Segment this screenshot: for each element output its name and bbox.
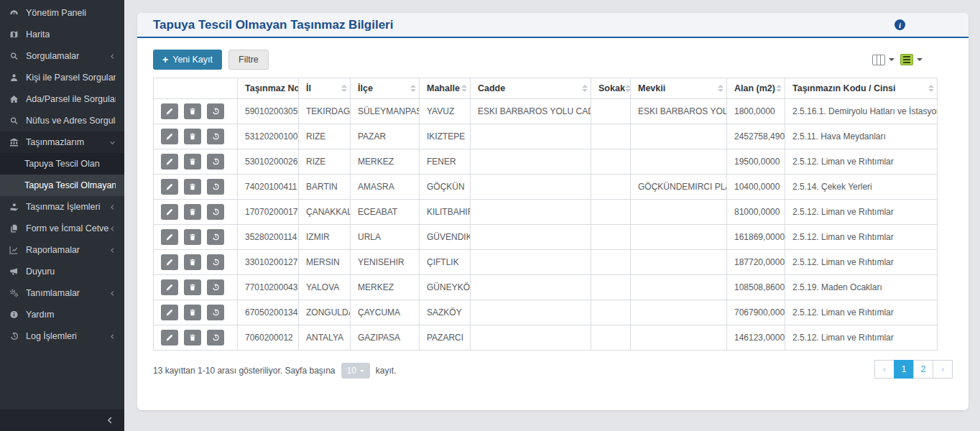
edit-button[interactable] bbox=[161, 254, 178, 270]
edit-button[interactable] bbox=[161, 179, 178, 195]
sort-icon[interactable] bbox=[582, 85, 588, 92]
history-button[interactable] bbox=[207, 229, 224, 245]
new-record-button[interactable]: + Yeni Kayıt bbox=[153, 50, 222, 70]
sidebar-item-tasinmaz-islemleri[interactable]: Taşınmaz İşlemleri bbox=[0, 196, 124, 218]
column-header[interactable]: Taşınmazın Kodu / Cinsi bbox=[785, 78, 938, 99]
history-button[interactable] bbox=[207, 204, 224, 220]
toolbar: + Yeni Kayıt Filtre bbox=[153, 50, 953, 70]
sidebar-item-nufus-adres[interactable]: Nüfus ve Adres Sorgulama bbox=[0, 110, 124, 131]
sidebar-group-tasinmazlarim: Taşınmazlarım Tapuya Tescil Olan Tapuya … bbox=[0, 131, 124, 196]
column-header[interactable]: Alan (m2) bbox=[727, 78, 785, 99]
cell-ilce: AMASRA bbox=[351, 175, 420, 200]
delete-button[interactable] bbox=[184, 103, 201, 119]
edit-button[interactable] bbox=[161, 229, 178, 245]
table-row: 53010200026 RIZE MERKEZ FENER 19500,0000… bbox=[154, 149, 938, 175]
cell-mevkii bbox=[631, 275, 727, 300]
sidebar-item-duyuru[interactable]: Duyuru bbox=[0, 261, 124, 282]
card-body: + Yeni Kayıt Filtre bbox=[137, 38, 969, 379]
cell-kod-cinsi: 2.5.12. Liman ve Rıhtımlar bbox=[785, 300, 938, 325]
pencil-icon bbox=[165, 182, 174, 191]
sidebar-item-tasinmazlarim[interactable]: Taşınmazlarım bbox=[0, 131, 124, 153]
cell-alan: 146123,0000 bbox=[727, 325, 785, 351]
column-header[interactable]: İlçe bbox=[351, 78, 420, 99]
sidebar-item-tapuya-tescil-olmayan[interactable]: Tapuya Tescil Olmayan bbox=[0, 175, 124, 196]
table-footer: 13 kayıttan 1-10 arası gösteriliyor. Say… bbox=[153, 360, 953, 379]
delete-button[interactable] bbox=[184, 330, 201, 346]
history-button[interactable] bbox=[207, 254, 224, 270]
info-circle-icon[interactable]: i bbox=[895, 19, 905, 30]
pagination-page-1[interactable]: 1 bbox=[894, 360, 914, 379]
pencil-icon bbox=[165, 258, 174, 267]
sidebar-item-sorgulamalar[interactable]: Sorgulamalar bbox=[0, 45, 124, 67]
edit-button[interactable] bbox=[161, 204, 178, 220]
edit-button[interactable] bbox=[161, 279, 178, 295]
pagination-page-2[interactable]: 2 bbox=[913, 360, 933, 379]
row-actions-cell bbox=[154, 200, 238, 225]
pagination-next-button[interactable]: › bbox=[933, 360, 953, 379]
column-header[interactable]: Mevkii bbox=[631, 78, 727, 99]
sort-icon[interactable] bbox=[341, 85, 347, 92]
cell-kod-cinsi: 2.5.12. Liman ve Rıhtımlar bbox=[785, 325, 938, 351]
delete-button[interactable] bbox=[184, 154, 201, 170]
delete-button[interactable] bbox=[184, 254, 201, 270]
column-header[interactable]: İl bbox=[299, 78, 351, 99]
filter-button[interactable]: Filtre bbox=[228, 50, 269, 70]
column-header[interactable]: Mahalle bbox=[420, 78, 471, 99]
sort-icon[interactable] bbox=[776, 85, 782, 92]
history-button[interactable] bbox=[207, 154, 224, 170]
edit-button[interactable] bbox=[161, 129, 178, 144]
caret-down-icon bbox=[360, 370, 364, 372]
sidebar-item-tapuya-tescil-olan[interactable]: Tapuya Tescil Olan bbox=[0, 153, 124, 175]
sort-icon[interactable] bbox=[718, 85, 724, 92]
sidebar-item-yonetim-paneli[interactable]: Yönetim Paneli bbox=[0, 2, 124, 24]
sidebar-item-raporlamalar[interactable]: Raporlamalar bbox=[0, 239, 124, 261]
gauge-icon bbox=[9, 8, 19, 18]
sidebar-item-yardim[interactable]: Yardım bbox=[0, 304, 124, 325]
table-body: 59010200305 TEKIRDAG SÜLEYMANPASA YAVUZ … bbox=[154, 99, 938, 351]
records-summary: 13 kayıttan 1-10 arası gösteriliyor. Say… bbox=[153, 363, 397, 379]
main-content: Tapuya Tescil Olmayan Taşınmaz Bilgileri… bbox=[124, 0, 980, 431]
sort-icon[interactable] bbox=[461, 85, 467, 92]
edit-button[interactable] bbox=[161, 154, 178, 170]
cell-kod-cinsi: 2.5.12. Liman ve Rıhtımlar bbox=[785, 149, 938, 175]
delete-button[interactable] bbox=[184, 305, 201, 320]
sidebar-item-form-icmal[interactable]: Form ve İcmal Cetvelleri bbox=[0, 218, 124, 239]
sort-icon[interactable] bbox=[410, 85, 416, 92]
sort-icon[interactable] bbox=[625, 85, 631, 92]
cell-mevkii bbox=[631, 149, 727, 175]
pagination-prev-button[interactable]: ‹ bbox=[874, 360, 895, 379]
sidebar-item-ada-parsel[interactable]: Ada/Parsel ile Sorgulama bbox=[0, 88, 124, 110]
page-size-dropdown[interactable]: 10 bbox=[341, 363, 370, 379]
edit-button[interactable] bbox=[161, 103, 178, 119]
history-button[interactable] bbox=[207, 305, 224, 320]
column-header[interactable]: Sokak bbox=[591, 78, 631, 99]
cell-il: ÇANAKKALE bbox=[299, 200, 351, 225]
sort-icon[interactable] bbox=[928, 85, 934, 92]
cell-tasinmaz-no: 53010200026 bbox=[238, 149, 299, 175]
sidebar-item-kisi-ile-parsel[interactable]: Kişi ile Parsel Sorgulama bbox=[0, 67, 124, 88]
cell-mahalle: KILITBAHIR bbox=[420, 200, 471, 225]
delete-button[interactable] bbox=[184, 179, 201, 195]
delete-button[interactable] bbox=[184, 229, 201, 245]
history-button[interactable] bbox=[207, 330, 224, 346]
cell-tasinmaz-no: 67050200134 bbox=[238, 300, 299, 325]
columns-dropdown[interactable] bbox=[872, 55, 895, 65]
edit-button[interactable] bbox=[161, 305, 178, 320]
history-button[interactable] bbox=[207, 179, 224, 195]
column-header[interactable]: Cadde bbox=[471, 78, 591, 99]
edit-button[interactable] bbox=[161, 330, 178, 346]
delete-button[interactable] bbox=[184, 204, 201, 220]
sidebar-collapse-icon[interactable] bbox=[106, 416, 114, 425]
delete-button[interactable] bbox=[184, 279, 201, 295]
sidebar-item-tanimlamalar[interactable]: Tanımlamalar bbox=[0, 282, 124, 304]
export-dropdown[interactable] bbox=[900, 54, 923, 65]
history-button[interactable] bbox=[207, 129, 224, 144]
sidebar-item-harita[interactable]: Harita bbox=[0, 24, 124, 45]
sidebar-item-log-islemleri[interactable]: Log İşlemleri bbox=[0, 325, 124, 347]
delete-button[interactable] bbox=[184, 129, 201, 144]
sidebar: Yönetim Paneli Harita Sorgulamalar Kişi … bbox=[0, 0, 124, 431]
column-header[interactable]: Taşınmaz No bbox=[238, 78, 299, 99]
sidebar-item-label: Ada/Parsel ile Sorgulama bbox=[26, 94, 116, 104]
history-button[interactable] bbox=[207, 279, 224, 295]
history-button[interactable] bbox=[207, 103, 224, 119]
